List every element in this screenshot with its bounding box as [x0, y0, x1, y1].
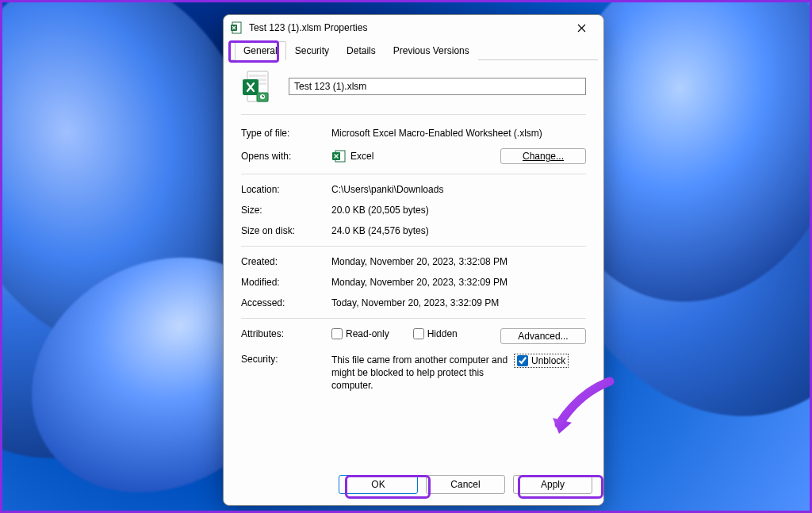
excel-app-icon [331, 149, 346, 163]
location-label: Location: [241, 184, 331, 195]
opens-with-value: Excel [350, 151, 373, 162]
size-on-disk-value: 24.0 KB (24,576 bytes) [331, 225, 586, 236]
security-label: Security: [241, 354, 331, 365]
tab-details[interactable]: Details [338, 41, 385, 60]
readonly-checkbox-wrap[interactable]: Read-only [331, 328, 389, 339]
accessed-value: Today, November 20, 2023, 3:32:09 PM [331, 297, 586, 308]
excel-file-icon [230, 21, 243, 34]
tab-previous-versions[interactable]: Previous Versions [385, 41, 478, 60]
dialog-body: Type of file: Microsoft Excel Macro-Enab… [224, 60, 603, 465]
excel-file-large-icon [241, 70, 270, 103]
modified-value: Monday, November 20, 2023, 3:32:09 PM [331, 277, 586, 288]
apply-button[interactable]: Apply [513, 475, 592, 494]
change-button[interactable]: Change... [500, 148, 586, 164]
ok-button[interactable]: OK [339, 475, 418, 494]
readonly-checkbox[interactable] [331, 328, 343, 339]
type-label: Type of file: [241, 128, 331, 139]
cancel-button[interactable]: Cancel [426, 475, 505, 494]
tab-security[interactable]: Security [286, 41, 338, 60]
close-icon [577, 24, 586, 33]
type-value: Microsoft Excel Macro-Enabled Worksheet … [331, 128, 586, 139]
created-label: Created: [241, 256, 331, 267]
svg-rect-3 [249, 75, 266, 77]
window-title: Test 123 (1).xlsm Properties [249, 22, 565, 33]
size-on-disk-label: Size on disk: [241, 225, 331, 236]
readonly-label: Read-only [346, 328, 389, 339]
hidden-checkbox[interactable] [413, 328, 424, 339]
unblock-checkbox[interactable] [517, 355, 528, 366]
size-label: Size: [241, 205, 331, 216]
modified-label: Modified: [241, 277, 331, 288]
opens-with-label: Opens with: [241, 151, 331, 162]
security-text: This file came from another computer and… [331, 354, 514, 392]
location-value: C:\Users\panki\Downloads [331, 184, 586, 195]
unblock-checkbox-wrap[interactable]: Unblock [514, 354, 569, 368]
titlebar[interactable]: Test 123 (1).xlsm Properties [224, 15, 603, 40]
properties-dialog: Test 123 (1).xlsm Properties General Sec… [223, 14, 604, 506]
unblock-label: Unblock [531, 355, 565, 366]
size-value: 20.0 KB (20,505 bytes) [331, 205, 586, 216]
filename-input[interactable] [289, 78, 586, 95]
dialog-footer: OK Cancel Apply [224, 465, 603, 505]
close-button[interactable] [565, 17, 597, 39]
accessed-label: Accessed: [241, 297, 331, 308]
hidden-label: Hidden [427, 328, 458, 339]
advanced-button[interactable]: Advanced... [500, 328, 586, 344]
hidden-checkbox-wrap[interactable]: Hidden [413, 328, 458, 339]
created-value: Monday, November 20, 2023, 3:32:08 PM [331, 256, 586, 267]
tab-general[interactable]: General [235, 41, 286, 60]
tab-bar: General Security Details Previous Versio… [229, 40, 598, 60]
attributes-label: Attributes: [241, 328, 331, 339]
